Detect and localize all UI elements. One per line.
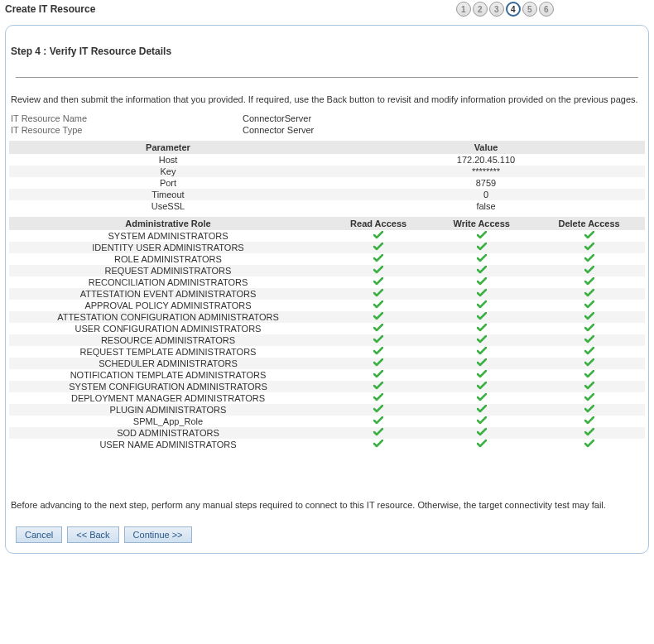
table-row: SYSTEM CONFIGURATION ADMINISTRATORS: [9, 381, 645, 392]
meta-name-value: ConnectorServer: [243, 113, 311, 124]
continue-button[interactable]: Continue >>: [124, 526, 192, 543]
step-5[interactable]: 5: [522, 2, 537, 17]
check-icon: [477, 243, 487, 251]
check-icon: [477, 335, 487, 344]
check-icon: [373, 370, 383, 378]
page-title: Create IT Resource: [5, 3, 95, 15]
meta-type-label: IT Resource Type: [11, 124, 243, 136]
role-read-access: [327, 253, 430, 265]
check-icon: [373, 335, 383, 344]
table-row: USER NAME ADMINISTRATORS: [9, 439, 645, 450]
check-icon: [477, 300, 487, 309]
role-name: PLUGIN ADMINISTRATORS: [9, 404, 327, 416]
check-icon: [373, 266, 383, 274]
check-icon: [373, 405, 383, 413]
back-button[interactable]: << Back: [67, 526, 118, 543]
table-row: RESOURCE ADMINISTRATORS: [9, 334, 645, 346]
check-icon: [477, 312, 487, 320]
table-row: IDENTITY USER ADMINISTRATORS: [9, 242, 645, 253]
check-icon: [477, 370, 487, 378]
check-icon: [584, 335, 594, 344]
role-name: ROLE ADMINISTRATORS: [9, 253, 327, 265]
role-write-access: [430, 300, 533, 311]
check-icon: [477, 382, 487, 390]
role-delete-access: [533, 346, 645, 358]
role-name: RECONCILIATION ADMINISTRATORS: [9, 276, 327, 288]
check-icon: [477, 254, 487, 262]
check-icon: [373, 300, 383, 309]
check-icon: [373, 243, 383, 251]
table-row: USER CONFIGURATION ADMINISTRATORS: [9, 323, 645, 334]
table-row: RECONCILIATION ADMINISTRATORS: [9, 276, 645, 288]
param-value: false: [327, 200, 645, 212]
table-row: REQUEST TEMPLATE ADMINISTRATORS: [9, 346, 645, 358]
role-name: NOTIFICATION TEMPLATE ADMINISTRATORS: [9, 369, 327, 381]
role-read-access: [327, 369, 430, 381]
role-name: ATTESTATION CONFIGURATION ADMINISTRATORS: [9, 311, 327, 323]
param-name: Key: [9, 166, 327, 177]
role-write-access: [430, 381, 533, 392]
table-row: SOD ADMINISTRATORS: [9, 427, 645, 439]
table-row: UseSSLfalse: [9, 200, 645, 212]
check-icon: [584, 370, 594, 378]
role-write-access: [430, 439, 533, 450]
check-icon: [584, 405, 594, 413]
step-1[interactable]: 1: [456, 2, 471, 17]
cancel-button[interactable]: Cancel: [16, 526, 62, 543]
param-header-value: Value: [327, 141, 645, 154]
param-value: 0: [327, 189, 645, 200]
check-icon: [584, 382, 594, 390]
check-icon: [584, 347, 594, 355]
check-icon: [373, 254, 383, 262]
role-write-access: [430, 230, 533, 242]
role-read-access: [327, 311, 430, 323]
param-name: Host: [9, 154, 327, 166]
role-write-access: [430, 265, 533, 276]
role-write-access: [430, 276, 533, 288]
role-write-access: [430, 253, 533, 265]
role-read-access: [327, 416, 430, 427]
role-read-access: [327, 358, 430, 369]
role-delete-access: [533, 416, 645, 427]
role-write-access: [430, 288, 533, 300]
divider: [16, 77, 638, 78]
check-icon: [584, 289, 594, 297]
role-read-access: [327, 334, 430, 346]
role-delete-access: [533, 253, 645, 265]
check-icon: [373, 358, 383, 367]
check-icon: [477, 393, 487, 401]
table-row: Timeout0: [9, 189, 645, 200]
role-read-access: [327, 265, 430, 276]
check-icon: [373, 324, 383, 332]
param-name: Timeout: [9, 189, 327, 200]
check-icon: [373, 289, 383, 297]
role-delete-access: [533, 265, 645, 276]
role-name: IDENTITY USER ADMINISTRATORS: [9, 242, 327, 253]
step-6[interactable]: 6: [539, 2, 554, 17]
wizard-steps: 123456: [456, 2, 554, 17]
role-delete-access: [533, 323, 645, 334]
table-row: SPML_App_Role: [9, 416, 645, 427]
step-3[interactable]: 3: [489, 2, 504, 17]
role-write-access: [430, 334, 533, 346]
role-name: SPML_App_Role: [9, 416, 327, 427]
check-icon: [584, 428, 594, 436]
role-read-access: [327, 288, 430, 300]
role-write-access: [430, 242, 533, 253]
check-icon: [584, 416, 594, 425]
role-write-access: [430, 323, 533, 334]
table-row: SYSTEM ADMINISTRATORS: [9, 230, 645, 242]
role-header-read: Read Access: [327, 217, 430, 230]
role-write-access: [430, 311, 533, 323]
check-icon: [373, 347, 383, 355]
check-icon: [477, 405, 487, 413]
check-icon: [373, 312, 383, 320]
main-panel: Step 4 : Verify IT Resource Details Revi…: [5, 25, 649, 554]
table-row: APPROVAL POLICY ADMINISTRATORS: [9, 300, 645, 311]
role-read-access: [327, 346, 430, 358]
role-delete-access: [533, 392, 645, 404]
role-name: RESOURCE ADMINISTRATORS: [9, 334, 327, 346]
step-4[interactable]: 4: [506, 2, 521, 17]
step-2[interactable]: 2: [473, 2, 488, 17]
role-delete-access: [533, 334, 645, 346]
